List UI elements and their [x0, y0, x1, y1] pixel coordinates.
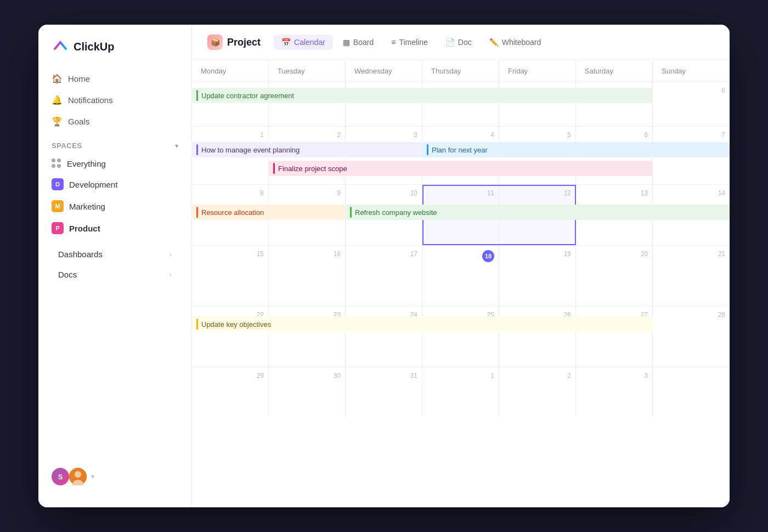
- tab-calendar[interactable]: 📅 Calendar: [274, 35, 333, 50]
- calendar-day[interactable]: 17: [346, 246, 422, 306]
- calendar-week-2: 8 9 10 11 12 13: [192, 185, 730, 246]
- board-tab-icon: ▦: [343, 38, 350, 47]
- calendar-day[interactable]: 18: [422, 246, 499, 306]
- event-plan-next-year[interactable]: Plan for next year: [422, 142, 730, 157]
- tab-timeline[interactable]: ≡ Timeline: [383, 35, 436, 50]
- calendar-week-4: 22 23 24 25 26 27: [192, 307, 730, 367]
- day-number: 15: [196, 250, 264, 258]
- space-label: Everything: [67, 159, 106, 168]
- space-label: Marketing: [69, 202, 105, 211]
- project-label-text: Project: [227, 37, 261, 48]
- calendar-day[interactable]: [653, 367, 730, 417]
- spaces-list: Everything D Development M Marketing P P…: [38, 154, 191, 240]
- main-content: 📦 Project 📅 Calendar ▦ Board ≡ Timeline …: [192, 25, 730, 507]
- logo-text: ClickUp: [74, 41, 114, 53]
- calendar-day[interactable]: 27: [576, 307, 653, 367]
- calendar-day[interactable]: 23: [269, 307, 346, 367]
- day-number: 13: [580, 189, 648, 197]
- doc-tab-icon: 📄: [445, 38, 455, 47]
- tab-label: Whiteboard: [502, 38, 541, 47]
- calendar-day[interactable]: 28: [653, 307, 730, 367]
- timeline-tab-icon: ≡: [391, 38, 396, 47]
- chevron-down-icon: ▾: [175, 142, 178, 150]
- sidebar-item-label: Goals: [68, 117, 89, 126]
- sidebar-item-goals[interactable]: 🏆 Goals: [45, 111, 185, 132]
- day-number: 2: [504, 372, 571, 380]
- event-finalize-scope[interactable]: Finalize project scope: [269, 161, 653, 176]
- calendar-day[interactable]: 22: [192, 307, 269, 367]
- event-refresh-website[interactable]: Refresh company website: [346, 205, 730, 220]
- tab-whiteboard[interactable]: ✏️ Whiteboard: [482, 35, 549, 50]
- calendar-day[interactable]: 3: [576, 367, 653, 417]
- day-number: 19: [504, 250, 571, 258]
- calendar-day[interactable]: 31: [346, 367, 422, 417]
- calendar-day[interactable]: 16: [269, 246, 346, 306]
- sidebar-footer: S ▾: [38, 459, 191, 494]
- chevron-right-icon: ›: [170, 251, 172, 258]
- sidebar-sections: Dashboards › Docs ›: [38, 244, 191, 285]
- day-number: 1: [427, 372, 494, 380]
- event-label: Finalize project scope: [278, 165, 347, 173]
- event-update-objectives[interactable]: Update key objectives: [192, 316, 653, 332]
- calendar-day[interactable]: 20: [576, 246, 653, 306]
- day-number: 12: [504, 189, 571, 197]
- logo: ClickUp: [38, 38, 191, 69]
- view-tabs: 📅 Calendar ▦ Board ≡ Timeline 📄 Doc ✏️: [274, 35, 549, 50]
- calendar-day[interactable]: 26: [499, 307, 576, 367]
- project-icon: 📦: [207, 35, 223, 50]
- calendar-week-3: 15 16 17 18 19: [192, 246, 730, 307]
- spaces-header[interactable]: Spaces ▾: [38, 133, 191, 154]
- calendar-day[interactable]: 1: [422, 367, 499, 417]
- calendar-day[interactable]: 2: [499, 367, 576, 417]
- day-number: 6: [657, 87, 725, 94]
- space-avatar-p: P: [52, 222, 64, 234]
- sidebar-item-marketing[interactable]: M Marketing: [45, 196, 185, 217]
- avatar-user2[interactable]: [69, 468, 87, 485]
- sidebar-item-dashboards[interactable]: Dashboards ›: [45, 244, 185, 264]
- avatar-dropdown-icon[interactable]: ▾: [91, 473, 94, 480]
- event-manage-event[interactable]: How to manage event planning: [192, 142, 422, 157]
- tab-label: Timeline: [399, 38, 427, 47]
- sidebar-item-development[interactable]: D Development: [45, 174, 185, 195]
- calendar-day[interactable]: 25: [422, 307, 499, 367]
- day-number: 4: [427, 131, 494, 139]
- calendar-tab-icon: 📅: [281, 38, 291, 47]
- calendar-day[interactable]: 15: [192, 246, 269, 306]
- day-number: 1: [196, 131, 264, 139]
- home-icon: 🏠: [52, 73, 63, 84]
- event-label: Resource allocation: [201, 208, 264, 217]
- sidebar-item-home[interactable]: 🏠 Home: [45, 69, 185, 89]
- day-number: 3: [580, 372, 648, 380]
- calendar-day[interactable]: 29: [192, 367, 269, 417]
- event-update-contractor[interactable]: Update contractor agreement: [192, 88, 653, 103]
- calendar-container: Monday Tuesday Wednesday Thursday Friday…: [192, 60, 730, 507]
- week-days-row: 15 16 17 18 19: [192, 246, 730, 306]
- event-resource-allocation[interactable]: Resource allocation: [192, 205, 346, 220]
- calendar-day[interactable]: 30: [269, 367, 346, 417]
- event-color-bar: [350, 207, 352, 218]
- day-header-friday: Friday: [499, 60, 576, 82]
- calendar-week-5: 29 30 31 1 2 3: [192, 367, 730, 417]
- day-number: 9: [273, 189, 341, 197]
- sidebar-item-label: Home: [68, 74, 90, 83]
- day-header-monday: Monday: [192, 60, 269, 82]
- sidebar-item-product[interactable]: P Product: [45, 218, 185, 239]
- calendar-day[interactable]: 19: [499, 246, 576, 306]
- bell-icon: 🔔: [52, 95, 63, 105]
- calendar-day[interactable]: 6: [653, 82, 730, 126]
- sidebar-item-docs[interactable]: Docs ›: [45, 264, 185, 285]
- event-label: Refresh company website: [355, 208, 437, 217]
- svg-point-0: [52, 38, 69, 55]
- calendar-day[interactable]: 24: [346, 307, 422, 367]
- tab-doc[interactable]: 📄 Doc: [438, 35, 479, 50]
- tab-board[interactable]: ▦ Board: [335, 35, 381, 50]
- calendar-day[interactable]: 21: [653, 246, 730, 306]
- avatar-user1[interactable]: S: [52, 468, 69, 485]
- sidebar-item-everything[interactable]: Everything: [45, 154, 185, 173]
- sidebar-item-notifications[interactable]: 🔔 Notifications: [45, 90, 185, 110]
- dashboards-label: Dashboards: [58, 250, 103, 259]
- day-number: 28: [657, 311, 725, 319]
- event-label: How to manage event planning: [201, 146, 300, 154]
- day-number: 11: [427, 189, 494, 197]
- tab-label: Doc: [458, 38, 472, 47]
